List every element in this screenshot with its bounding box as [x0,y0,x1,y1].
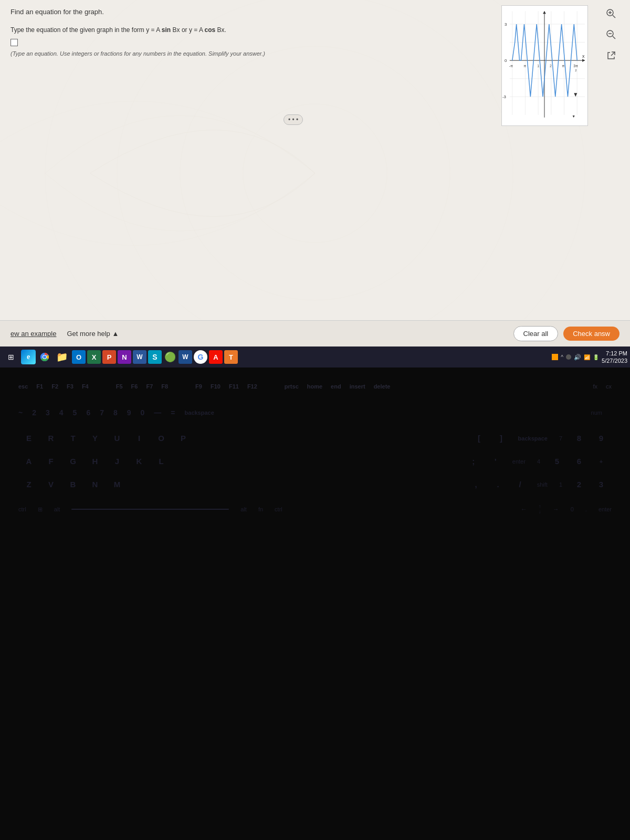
taskbar-edge-icon[interactable]: e [21,350,36,364]
key-7[interactable]: 7 [100,408,104,417]
key-quote[interactable]: ' [490,457,501,466]
key-e[interactable]: E [24,434,34,443]
time-display[interactable]: 7:12 PM 5/27/2023 [602,350,627,365]
key-numpad-plus[interactable]: + [596,458,606,465]
key-numlock[interactable]: num [591,410,602,416]
key-enter[interactable]: enter [512,458,526,465]
tray-volume-icon[interactable]: 🔊 [574,354,581,361]
key-3[interactable]: 3 [46,408,50,417]
tray-network-icon[interactable]: 📶 [584,354,590,360]
taskbar-outlook-icon[interactable]: O [72,350,86,364]
key-numpad-3[interactable]: 3 [596,480,606,489]
key-numpad-1[interactable]: 1 [559,481,562,488]
ew-example-link[interactable]: ew an example [10,330,56,338]
key-l[interactable]: L [156,457,166,466]
key-esc[interactable]: esc [18,383,28,390]
taskbar-powerpoint-icon[interactable]: P [102,350,116,364]
taskbar-chrome-icon[interactable] [37,350,52,364]
key-numpad-0[interactable]: 0 [571,506,574,512]
key-v[interactable]: V [46,480,56,489]
taskbar-acrobat-icon[interactable]: A [209,350,223,364]
key-arrow-left[interactable]: ← [521,506,527,513]
key-backspace[interactable]: backspace [185,410,214,416]
key-f4[interactable]: F4 [82,383,89,390]
key-numpad-7[interactable]: 7 [559,435,562,442]
zoom-in-button[interactable] [603,5,620,22]
key-p[interactable]: P [178,434,188,443]
key-n[interactable]: N [90,480,100,489]
key-h[interactable]: H [90,457,100,466]
key-i[interactable]: I [134,434,144,443]
key-bracket-r[interactable]: ] [496,434,507,443]
key-f[interactable]: F [46,457,56,466]
key-t[interactable]: T [68,434,78,443]
ellipsis-button[interactable]: • • • [284,114,303,125]
clear-all-button[interactable]: Clear all [513,326,559,341]
key-ctrl-r[interactable]: ctrl [275,506,282,512]
key-f5[interactable]: F5 [116,383,123,390]
key-f11[interactable]: F11 [229,383,239,390]
key-f12[interactable]: F12 [247,383,257,390]
taskbar-google-icon[interactable]: G [194,350,207,364]
key-f6[interactable]: F6 [131,383,138,390]
taskbar-orange-t-icon[interactable]: T [224,350,238,364]
key-numpad-4[interactable]: 4 [537,458,540,465]
check-answer-button[interactable]: Check answ [563,327,620,341]
key-6[interactable]: 6 [86,408,90,417]
key-prtsc[interactable]: prtsc [285,383,299,390]
key-minus[interactable]: — [154,408,161,417]
key-home[interactable]: home [307,383,322,390]
tray-expand-icon[interactable]: ^ [561,354,563,360]
key-o[interactable]: O [156,434,166,443]
key-numpad-8[interactable]: 8 [574,434,584,443]
key-f3[interactable]: F3 [67,383,74,390]
key-end[interactable]: end [331,383,341,390]
get-more-help-link[interactable]: Get more help ▲ [67,330,119,338]
tray-battery-icon[interactable]: 🔋 [593,354,599,360]
key-numpad-enter[interactable]: enter [598,506,612,512]
taskbar-folder-icon[interactable]: 📁 [54,349,70,365]
key-space[interactable] [71,509,229,510]
external-link-button[interactable] [603,47,620,64]
key-cx[interactable]: cx [606,383,612,390]
key-5[interactable]: 5 [73,408,77,417]
key-y[interactable]: Y [90,434,100,443]
key-numpad-2[interactable]: 2 [574,480,584,489]
taskbar-excel-icon[interactable]: X [87,350,101,364]
key-fx[interactable]: fx [593,383,597,390]
key-win[interactable]: ⊞ [38,506,43,513]
key-equals[interactable]: = [171,408,175,417]
key-2[interactable]: 2 [32,408,36,417]
key-bracket-l[interactable]: [ [474,434,485,443]
taskbar-snip-icon[interactable]: S [148,350,162,364]
key-arrow-right[interactable]: → [553,506,559,513]
key-ctrl-l[interactable]: ctrl [18,506,26,512]
taskbar-word-icon[interactable]: W [133,350,146,364]
key-shift-r[interactable]: shift [537,481,548,488]
key-tilde[interactable]: ~ [18,408,23,417]
taskbar-green-icon[interactable]: 🟢 [163,350,177,364]
key-b[interactable]: B [68,480,78,489]
key-slash[interactable]: / [515,480,526,489]
key-alt-l[interactable]: alt [54,506,60,512]
taskbar-start-button[interactable]: ⊞ [3,349,19,365]
key-8[interactable]: 8 [113,408,118,417]
key-alt-r[interactable]: alt [240,506,247,512]
key-f8[interactable]: F8 [161,383,168,390]
key-period[interactable]: . [493,480,503,489]
key-a[interactable]: A [24,457,34,466]
key-delete[interactable]: delete [374,383,391,390]
key-r[interactable]: R [46,434,56,443]
key-comma[interactable]: , [471,480,481,489]
taskbar-onenote-icon[interactable]: N [118,350,131,364]
key-semicolon[interactable]: ; [468,457,479,466]
key-u[interactable]: U [112,434,122,443]
key-j[interactable]: J [112,457,122,466]
key-g[interactable]: G [68,457,78,466]
key-m[interactable]: M [112,480,122,489]
key-9[interactable]: 9 [127,408,131,417]
key-backslash[interactable]: backspace [518,435,548,442]
key-insert[interactable]: insert [350,383,365,390]
key-0[interactable]: 0 [141,408,145,417]
key-f7[interactable]: F7 [146,383,153,390]
